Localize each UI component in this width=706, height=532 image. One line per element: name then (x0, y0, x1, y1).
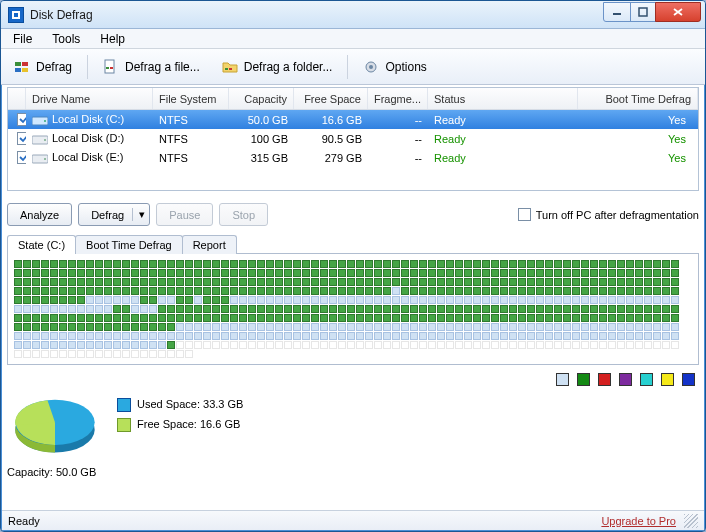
free-swatch (117, 418, 131, 432)
row-checkbox[interactable] (17, 113, 26, 126)
defrag-label: Defrag (91, 209, 124, 221)
col-boot[interactable]: Boot Time Defrag (578, 88, 698, 109)
pause-button[interactable]: Pause (156, 203, 213, 226)
content-area: Drive Name File System Capacity Free Spa… (7, 87, 699, 509)
minimize-button[interactable] (603, 2, 631, 22)
app-window: Disk Defrag File Tools Help Defrag Defra… (0, 0, 706, 532)
legend-swatch (556, 373, 569, 386)
capacity-label: Capacity: 50.0 GB (7, 466, 699, 478)
svg-rect-2 (613, 13, 621, 15)
toolbar-label: Defrag (36, 60, 72, 74)
toolbar-separator (347, 55, 348, 79)
legend-swatch (577, 373, 590, 386)
menu-tools[interactable]: Tools (44, 31, 88, 47)
tab-body (7, 253, 699, 365)
chevron-down-icon[interactable]: ▾ (132, 208, 145, 221)
table-row[interactable]: Local Disk (E:)NTFS315 GB279 GB--ReadyYe… (8, 148, 698, 167)
col-drive[interactable]: Drive Name (26, 88, 153, 109)
svg-rect-8 (105, 60, 114, 73)
toolbar-label: Defrag a folder... (244, 60, 333, 74)
used-space-label: Used Space: 33.3 GB (137, 398, 243, 410)
svg-rect-11 (225, 68, 228, 70)
col-status[interactable]: Status (428, 88, 578, 109)
status-bar: Ready Upgrade to Pro (2, 510, 704, 530)
action-bar: Analyze Defrag ▾ Pause Stop Turn off PC … (7, 203, 699, 226)
drive-icon (32, 133, 48, 145)
free-space-label: Free Space: 16.6 GB (137, 418, 240, 430)
defrag-icon (14, 59, 30, 75)
tab-state[interactable]: State (C:) (7, 235, 76, 254)
table-row[interactable]: Local Disk (C:)NTFS50.0 GB16.6 GB--Ready… (8, 110, 698, 129)
cluster-legend (7, 373, 695, 386)
title-bar[interactable]: Disk Defrag (1, 1, 705, 29)
menu-file[interactable]: File (5, 31, 40, 47)
analyze-button[interactable]: Analyze (7, 203, 72, 226)
pie-chart (7, 394, 103, 462)
app-icon (8, 7, 24, 23)
grid-header[interactable]: Drive Name File System Capacity Free Spa… (8, 88, 698, 110)
folder-icon (222, 59, 238, 75)
svg-point-14 (369, 65, 373, 69)
col-cap[interactable]: Capacity (229, 88, 294, 109)
svg-rect-1 (14, 13, 18, 17)
toolbar-label: Options (385, 60, 426, 74)
gear-icon (363, 59, 379, 75)
svg-rect-4 (15, 62, 21, 66)
pie-legend: Used Space: 33.3 GB Free Space: 16.6 GB (117, 394, 243, 434)
svg-point-18 (44, 139, 46, 141)
tabs: State (C:) Boot Time Defrag Report (7, 235, 699, 254)
window-title: Disk Defrag (30, 8, 604, 22)
stop-button[interactable]: Stop (219, 203, 268, 226)
menu-help[interactable]: Help (92, 31, 133, 47)
defrag-split-button[interactable]: Defrag ▾ (78, 203, 150, 226)
toolbar-defrag-file-button[interactable]: Defrag a file... (94, 55, 209, 79)
table-row[interactable]: Local Disk (D:)NTFS100 GB90.5 GB--ReadyY… (8, 129, 698, 148)
drive-grid: Drive Name File System Capacity Free Spa… (7, 87, 699, 191)
col-free[interactable]: Free Space (294, 88, 368, 109)
col-fs[interactable]: File System (153, 88, 229, 109)
svg-rect-6 (15, 68, 21, 72)
turnoff-checkbox[interactable]: Turn off PC after defragmentation (515, 208, 699, 221)
legend-swatch (640, 373, 653, 386)
status-text: Ready (8, 515, 40, 527)
svg-rect-7 (22, 68, 28, 72)
svg-rect-5 (22, 62, 28, 66)
toolbar-defrag-button[interactable]: Defrag (5, 55, 81, 79)
svg-rect-10 (110, 67, 113, 69)
defrag-cluster-map (14, 260, 692, 358)
tab-report[interactable]: Report (182, 235, 237, 254)
file-icon (103, 59, 119, 75)
toolbar-defrag-folder-button[interactable]: Defrag a folder... (213, 55, 342, 79)
drive-icon (32, 114, 48, 126)
drive-icon (32, 152, 48, 164)
grid-body: Local Disk (C:)NTFS50.0 GB16.6 GB--Ready… (8, 110, 698, 167)
toolbar-options-button[interactable]: Options (354, 55, 435, 79)
row-checkbox[interactable] (17, 132, 26, 145)
window-buttons (604, 2, 701, 22)
legend-swatch (661, 373, 674, 386)
pie-area: Used Space: 33.3 GB Free Space: 16.6 GB (7, 394, 699, 462)
svg-rect-9 (106, 67, 109, 69)
tab-boot[interactable]: Boot Time Defrag (75, 235, 183, 254)
maximize-button[interactable] (630, 2, 656, 22)
svg-point-16 (44, 120, 46, 122)
svg-point-20 (44, 158, 46, 160)
checkbox-icon[interactable] (518, 208, 531, 221)
col-frag[interactable]: Fragme... (368, 88, 428, 109)
row-checkbox[interactable] (17, 151, 26, 164)
resize-grip[interactable] (684, 514, 698, 528)
legend-swatch (619, 373, 632, 386)
close-button[interactable] (655, 2, 701, 22)
menu-bar: File Tools Help (1, 29, 705, 49)
svg-rect-12 (229, 68, 232, 70)
toolbar-separator (87, 55, 88, 79)
legend-swatch (598, 373, 611, 386)
svg-rect-3 (639, 8, 647, 16)
toolbar-label: Defrag a file... (125, 60, 200, 74)
used-swatch (117, 398, 131, 412)
turnoff-label: Turn off PC after defragmentation (536, 209, 699, 221)
upgrade-link[interactable]: Upgrade to Pro (601, 515, 676, 527)
legend-swatch (682, 373, 695, 386)
toolbar: Defrag Defrag a file... Defrag a folder.… (1, 49, 705, 85)
